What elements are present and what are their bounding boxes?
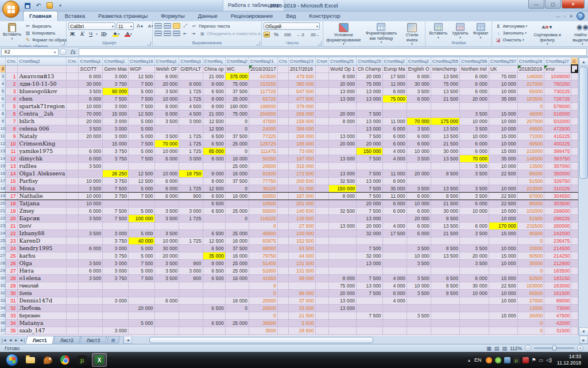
cell[interactable]: [79, 297, 103, 304]
office-button[interactable]: [2, 1, 20, 18]
cell[interactable]: 35 000: [382, 185, 407, 192]
cell[interactable]: 140 500: [288, 207, 315, 214]
cell[interactable]: 28: [6, 274, 18, 282]
cell[interactable]: 6 500: [203, 200, 225, 207]
row-header[interactable]: 37: [0, 327, 6, 334]
cell[interactable]: [356, 162, 382, 170]
column-header[interactable]: Сто: [277, 57, 288, 65]
cell[interactable]: [431, 312, 459, 319]
tournament-header-cell[interactable]: SCOTT: [79, 65, 103, 72]
cell[interactable]: 8 000: [203, 102, 225, 110]
cell[interactable]: 34: [6, 319, 18, 327]
cell[interactable]: 67000: [517, 192, 544, 200]
row-header[interactable]: 32: [0, 289, 6, 297]
cell[interactable]: 73000: [544, 304, 571, 312]
cell[interactable]: 10 000: [489, 185, 517, 192]
cell[interactable]: [315, 192, 328, 200]
cell[interactable]: 3 500: [154, 117, 179, 125]
insert-worksheet-tab[interactable]: ▦: [106, 336, 120, 344]
cell[interactable]: [356, 304, 382, 312]
cell[interactable]: 1 725: [179, 237, 203, 244]
cell[interactable]: [315, 170, 328, 177]
cell[interactable]: [128, 162, 154, 170]
tab-Главная[interactable]: Главная: [23, 11, 58, 21]
cell[interactable]: 375 000: [225, 72, 249, 80]
cell[interactable]: 75 000: [431, 80, 459, 87]
cell[interactable]: 578000: [544, 102, 571, 110]
font-name-select[interactable]: Calibri▾: [68, 22, 115, 30]
cell[interactable]: [431, 102, 459, 110]
cell[interactable]: 21 500: [431, 200, 459, 207]
cell[interactable]: [571, 207, 578, 214]
cell[interactable]: [103, 304, 129, 312]
cell[interactable]: 44 000: [288, 252, 315, 259]
percent-style-icon[interactable]: %: [272, 31, 280, 38]
cell[interactable]: [329, 214, 357, 222]
cell[interactable]: 17 500: [382, 229, 407, 237]
row-header[interactable]: 28: [0, 259, 6, 267]
cell[interactable]: 7 500: [356, 244, 382, 252]
cell[interactable]: 6 000: [79, 95, 103, 102]
increase-indent-icon[interactable]: ⇥: [190, 30, 196, 36]
cell[interactable]: [489, 267, 517, 274]
cell[interactable]: 70 000: [154, 140, 179, 147]
cell[interactable]: [277, 259, 288, 267]
cell[interactable]: 6 500: [203, 140, 225, 147]
cell[interactable]: 85 000: [203, 147, 225, 155]
cell[interactable]: 5 000: [128, 87, 154, 95]
tournament-header-cell[interactable]: 2018/2019: [517, 65, 544, 72]
cell[interactable]: Николай: [18, 282, 67, 289]
cell[interactable]: 32 000: [356, 229, 382, 237]
cell[interactable]: [67, 192, 79, 200]
cell[interactable]: [277, 170, 288, 177]
cell[interactable]: 266 000: [288, 110, 315, 117]
cell[interactable]: 52000: [249, 267, 277, 274]
underline-button[interactable]: Ч: [87, 30, 94, 37]
cell[interactable]: 10 000: [154, 170, 179, 177]
column-header[interactable]: Столбец25: [329, 57, 357, 65]
cell[interactable]: spartak71region: [18, 102, 67, 110]
tab-Конструктор[interactable]: Конструктор: [303, 11, 346, 21]
sheet-tab-Лист2[interactable]: Лист2: [53, 336, 81, 344]
row-header[interactable]: 29: [0, 267, 6, 274]
cell[interactable]: 6 000: [154, 155, 179, 162]
cell[interactable]: 11 000: [382, 117, 407, 125]
cell[interactable]: [67, 110, 79, 117]
cell[interactable]: 4 000: [382, 282, 407, 289]
cell[interactable]: 3 750: [103, 252, 129, 259]
cell[interactable]: [329, 147, 357, 155]
cell[interactable]: 16 000: [225, 297, 249, 304]
cell[interactable]: [329, 102, 357, 110]
column-header[interactable]: Столбец27: [544, 57, 571, 65]
cell[interactable]: 1 725: [179, 140, 203, 147]
cell[interactable]: [154, 125, 179, 132]
cell[interactable]: 65000: [517, 87, 544, 95]
cell[interactable]: 3 000: [103, 117, 129, 125]
cell[interactable]: [382, 244, 407, 252]
cell[interactable]: [356, 102, 382, 110]
cell[interactable]: [79, 327, 103, 334]
antivirus-tray-icon[interactable]: [495, 357, 501, 363]
cell[interactable]: [277, 177, 288, 185]
cell[interactable]: 760250: [544, 80, 571, 87]
cell[interactable]: 7 500: [356, 185, 382, 192]
cell[interactable]: [277, 304, 288, 312]
dialog-launcher-icon[interactable]: [61, 41, 65, 45]
cell[interactable]: [203, 162, 225, 170]
cell[interactable]: [431, 237, 459, 244]
cell[interactable]: 1 725: [179, 95, 203, 102]
cell[interactable]: [277, 125, 288, 132]
cell[interactable]: [277, 192, 288, 200]
row-header[interactable]: 25: [0, 237, 6, 244]
cell[interactable]: 158 000: [288, 117, 315, 125]
cell[interactable]: [571, 117, 578, 125]
cell[interactable]: 6 000: [382, 125, 407, 132]
cell[interactable]: 730225: [544, 87, 571, 95]
minimize-button[interactable]: —: [528, 0, 544, 9]
cell[interactable]: [315, 110, 328, 117]
cell[interactable]: 10 000: [489, 117, 517, 125]
cell[interactable]: [67, 207, 79, 214]
cell[interactable]: 7 500: [103, 207, 129, 214]
cell[interactable]: 6 500: [203, 229, 225, 237]
cell[interactable]: 10: [6, 140, 18, 147]
